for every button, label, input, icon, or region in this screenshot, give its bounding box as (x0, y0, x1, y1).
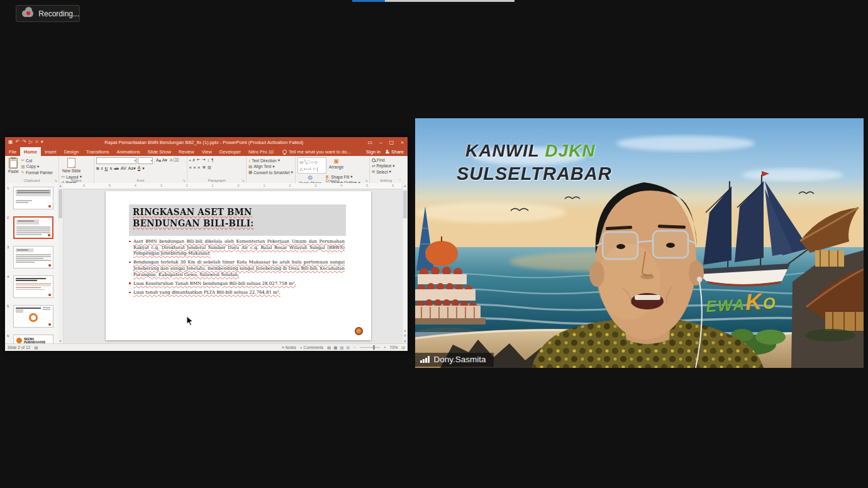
reading-view-icon[interactable]: ▥ (340, 345, 343, 350)
tab-developer[interactable]: Developer (216, 147, 245, 156)
comments-toggle[interactable]: ◖ Comments (300, 345, 323, 350)
tab-insert[interactable]: Insert (41, 147, 60, 156)
tab-nitro-pro-10[interactable]: Nitro Pro 10 (245, 147, 277, 156)
find-button[interactable]: Find (372, 158, 395, 162)
tab-animations[interactable]: Animations (113, 147, 143, 156)
decrease-indent-icon[interactable]: ⇤ (197, 157, 200, 162)
strikethrough-button[interactable]: ab (114, 166, 118, 171)
change-case-button[interactable]: Aa▾ (128, 166, 136, 171)
font-name-combo[interactable] (96, 157, 136, 164)
rectangle-shape-icon[interactable]: ▭ (299, 160, 304, 164)
bullets-icon[interactable]: • (189, 158, 191, 162)
ribbon-display-options-icon[interactable]: ▭ (365, 140, 376, 145)
text-direction-button[interactable]: ↕Text Direction▾ (248, 158, 293, 163)
collapse-ribbon-button[interactable]: ⌃ (398, 178, 401, 182)
replace-button[interactable]: ⇄Replace ▾ (372, 164, 395, 169)
notes-indicator-icon[interactable]: ▤ (34, 345, 38, 350)
bold-button[interactable]: B (96, 166, 99, 171)
previous-slide-button[interactable]: ⇈ (403, 333, 408, 338)
increase-indent-icon[interactable]: ⇥ (202, 157, 205, 162)
touch-mode-icon[interactable]: ⌗ (35, 140, 38, 145)
scrollbar-thumb[interactable] (58, 189, 62, 218)
justify-icon[interactable]: ≣ (202, 165, 205, 170)
undo-icon[interactable]: ↶ (16, 140, 20, 145)
tab-slide-show[interactable]: Slide Show (144, 147, 175, 156)
restore-icon[interactable]: ▢ (386, 140, 397, 145)
font-color-button[interactable]: A (138, 165, 141, 171)
scroll-up-icon[interactable]: ▴ (58, 183, 63, 188)
align-left-icon[interactable]: ≡ (189, 165, 192, 170)
zoom-slider[interactable] (360, 347, 380, 348)
zoom-out-button[interactable]: − (353, 345, 356, 350)
close-icon[interactable]: × (397, 140, 408, 145)
share-button[interactable]: Share (386, 149, 404, 155)
columns-icon[interactable]: ▥ (208, 165, 211, 170)
zoom-level[interactable]: 70% (390, 345, 398, 350)
redo-icon[interactable]: ↷ (22, 140, 26, 145)
slide-sorter-view-icon[interactable]: ▦ (333, 345, 337, 350)
tab-home[interactable]: Home (20, 147, 41, 156)
clipboard-dialog-launcher[interactable]: ↘ (54, 178, 57, 182)
slide-thumbnail-4[interactable] (13, 275, 53, 298)
tell-me-box[interactable]: Tell me what you want to do... (277, 149, 356, 155)
recording-indicator[interactable]: Recording... (16, 5, 80, 22)
align-center-icon[interactable]: ≡ (194, 165, 196, 170)
slide-thumbnail-3[interactable] (13, 246, 53, 269)
tab-review[interactable]: Review (175, 147, 198, 156)
shadow-button[interactable]: S (109, 166, 112, 171)
normal-view-icon[interactable]: ▤ (327, 345, 331, 350)
slide-body-textbox[interactable]: Aset BMN bendungan Bili-bili dikelola ol… (133, 239, 345, 299)
paste-button[interactable]: Paste (7, 157, 20, 174)
slide-title-box[interactable]: RINGKASAN ASET BMN BENDUNGAN BILI-BILI: (129, 204, 346, 236)
tab-view[interactable]: View (198, 147, 216, 156)
tab-design[interactable]: Design (60, 147, 82, 156)
shrink-font-button[interactable]: A▾ (162, 158, 167, 162)
arrange-button[interactable]: ▣ Arrange (328, 157, 345, 170)
font-size-combo[interactable] (138, 157, 153, 164)
cut-button[interactable]: ✂Cut (21, 158, 53, 163)
scroll-down-icon[interactable]: ▾ (403, 328, 408, 333)
slideshow-view-icon[interactable]: ⊡ (346, 345, 349, 350)
slide-thumbnail-6[interactable]: SKEMA PEMANFAATAN BMN (13, 335, 53, 343)
zoom-slider-thumb[interactable] (373, 345, 375, 350)
clear-formatting-button[interactable]: A⌫ (170, 158, 179, 162)
italic-button[interactable]: I (101, 166, 103, 171)
copy-button[interactable]: ▥Copy ▾ (21, 164, 53, 169)
scroll-down-icon[interactable]: ▾ (58, 338, 63, 343)
character-spacing-button[interactable]: AV (121, 166, 126, 170)
select-button[interactable]: ⊕Select▾ (372, 169, 395, 174)
diamond-shape-icon[interactable]: ◇ (314, 160, 318, 164)
drawing-dialog-launcher[interactable]: ↘ (365, 178, 368, 182)
tab-file[interactable]: File (5, 147, 20, 156)
underline-button[interactable]: U (104, 166, 108, 171)
grow-font-button[interactable]: A▴ (156, 158, 161, 162)
slide-thumbnail-5[interactable] (13, 305, 53, 328)
fit-slide-icon[interactable]: ⊡ (402, 345, 405, 350)
sign-in-button[interactable]: Sign in (366, 149, 381, 155)
font-dialog-launcher[interactable]: ↘ (182, 178, 186, 182)
format-painter-button[interactable]: ✎Format Painter (21, 170, 53, 175)
save-icon[interactable]: ▣ (8, 140, 13, 145)
minimized-window-edge[interactable] (352, 0, 515, 2)
slide-canvas[interactable]: RINGKASAN ASET BMN BENDUNGAN BILI-BILI: … (106, 191, 371, 340)
scrollbar-thumb[interactable] (403, 191, 407, 218)
align-right-icon[interactable]: ≡ (198, 165, 201, 170)
line-spacing-icon[interactable]: ↕ (208, 158, 209, 162)
align-text-button[interactable]: ▤Align Text▾ (248, 164, 293, 169)
zoom-in-button[interactable]: + (384, 345, 386, 350)
bracket-shape-icon[interactable]: ( (316, 167, 318, 171)
tab-transitions[interactable]: Transitions (82, 147, 113, 156)
minimize-icon[interactable]: – (376, 140, 386, 145)
powerpoint-titlebar[interactable]: ▣↶↷▷⌗▾ Rapat Pemanfaatan BMN Bendungan B… (5, 137, 408, 147)
new-slide-button[interactable]: New Slide (61, 157, 82, 174)
slide-thumbnail-1[interactable] (13, 187, 53, 209)
scroll-up-icon[interactable]: ▴ (403, 183, 408, 189)
notes-toggle[interactable]: ≡ Notes (282, 345, 296, 350)
start-slideshow-icon[interactable]: ▷ (29, 140, 33, 145)
convert-smartart-button[interactable]: ▦Convert to SmartArt▾ (248, 170, 293, 175)
slide-thumbnail-2-selected[interactable] (13, 216, 53, 239)
paragraph-mark-icon[interactable]: ¶ (211, 158, 214, 162)
shapes-gallery[interactable]: ▭╲□○◇ △⇦⇨☆( (298, 157, 326, 174)
next-slide-button[interactable]: ⇊ (403, 338, 408, 343)
paragraph-dialog-launcher[interactable]: ↘ (242, 178, 245, 182)
